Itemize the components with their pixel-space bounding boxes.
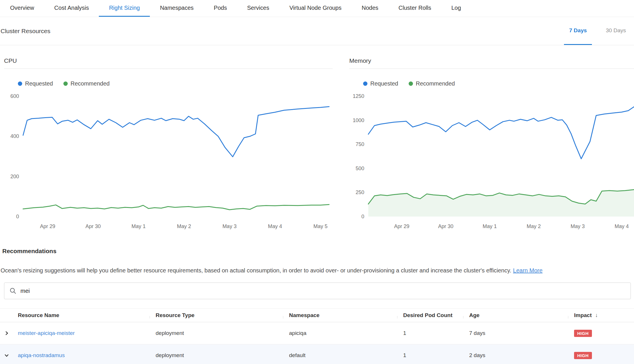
tab-overview[interactable]: Overview: [0, 0, 44, 17]
pod-count-cell: 1: [397, 352, 463, 359]
cpu-chart-panel: CPU Requested Recommended 0200400600Apr …: [4, 57, 333, 232]
memory-chart-panel: Memory Requested Recommended 02505007501…: [349, 57, 634, 232]
requested-dot-icon: [18, 81, 22, 86]
svg-text:Apr 29: Apr 29: [394, 223, 409, 229]
chevron-down-icon: [4, 353, 9, 358]
svg-text:200: 200: [10, 174, 19, 179]
search-input[interactable]: [20, 283, 631, 299]
legend-item-requested: Requested: [363, 80, 398, 87]
recommendations-description: Ocean's resizing suggestions will help y…: [0, 267, 634, 274]
svg-text:600: 600: [10, 93, 19, 99]
cluster-resources-title: Cluster Resources: [1, 28, 50, 35]
col-desired-pod-count: Desired Pod Count: [397, 312, 463, 318]
tab-bar: Overview Cost Analysis Right Sizing Name…: [0, 0, 634, 17]
legend-label: Recommended: [416, 80, 455, 87]
age-cell: 7 days: [463, 330, 568, 336]
namespace-cell: default: [283, 352, 397, 359]
resource-type-cell: deployment: [150, 330, 283, 336]
svg-text:Apr 29: Apr 29: [40, 223, 55, 229]
cpu-line-chart: 0200400600Apr 29Apr 30May 1May 2May 3May…: [4, 93, 333, 232]
pod-count-cell: 1: [397, 330, 463, 336]
table-header-row: Resource Name Resource Type Namespace De…: [0, 308, 634, 322]
col-age: Age: [463, 312, 568, 318]
time-range-toggle: 7 Days 30 Days: [555, 17, 634, 45]
age-cell: 2 days: [463, 352, 568, 359]
tab-services[interactable]: Services: [237, 0, 279, 17]
svg-text:500: 500: [356, 166, 364, 171]
svg-text:May 1: May 1: [483, 223, 497, 229]
table-row: apiqa-nostradamus deployment default 1 2…: [0, 344, 634, 364]
legend-label: Requested: [370, 80, 398, 87]
range-30-days[interactable]: 30 Days: [601, 17, 631, 45]
svg-text:750: 750: [356, 141, 364, 147]
memory-chart-legend: Requested Recommended: [363, 80, 634, 87]
recommended-dot-icon: [409, 81, 413, 86]
row-expand-toggle[interactable]: [0, 331, 14, 336]
namespace-cell: apiciqa: [283, 330, 397, 336]
tab-right-sizing[interactable]: Right Sizing: [99, 0, 150, 17]
table-row: meister-apiciqa-meister deployment apici…: [0, 322, 634, 344]
search-icon: [10, 287, 16, 294]
svg-text:Apr 30: Apr 30: [438, 223, 453, 229]
cluster-resources-header: Cluster Resources 7 Days 30 Days: [0, 17, 634, 45]
col-impact-label: Impact: [574, 312, 592, 318]
learn-more-link[interactable]: Learn More: [513, 267, 542, 274]
legend-label: Requested: [25, 80, 53, 87]
svg-text:May 2: May 2: [527, 223, 541, 229]
resource-name-link[interactable]: meister-apiciqa-meister: [18, 330, 75, 336]
legend-item-recommended: Recommended: [409, 80, 455, 87]
tab-nodes[interactable]: Nodes: [352, 0, 388, 17]
charts-row: CPU Requested Recommended 0200400600Apr …: [0, 57, 634, 232]
chevron-right-icon: [4, 331, 9, 336]
svg-text:May 5: May 5: [313, 223, 327, 229]
col-impact: Impact ↓: [568, 312, 634, 318]
svg-text:0: 0: [361, 214, 364, 219]
resource-type-cell: deployment: [150, 352, 283, 359]
legend-item-requested: Requested: [18, 80, 53, 87]
row-collapse-toggle[interactable]: [0, 353, 14, 358]
recommendations-table: Resource Name Resource Type Namespace De…: [0, 308, 634, 364]
col-namespace: Namespace: [283, 312, 397, 318]
svg-text:May 4: May 4: [268, 223, 282, 229]
search-box[interactable]: [4, 283, 631, 299]
svg-text:May 2: May 2: [177, 223, 191, 229]
tab-virtual-node-groups[interactable]: Virtual Node Groups: [279, 0, 352, 17]
memory-line-chart: 025050075010001250Apr 29Apr 30May 1May 2…: [349, 93, 634, 232]
range-7-days[interactable]: 7 Days: [564, 17, 592, 45]
recommended-dot-icon: [63, 81, 68, 86]
col-resource-type: Resource Type: [150, 312, 283, 318]
svg-text:Apr 30: Apr 30: [85, 223, 101, 229]
tab-cost-analysis[interactable]: Cost Analysis: [44, 0, 99, 17]
svg-text:1250: 1250: [353, 93, 364, 99]
svg-text:May 3: May 3: [571, 223, 585, 229]
svg-text:May 1: May 1: [131, 223, 146, 229]
svg-text:1000: 1000: [353, 117, 364, 123]
recommendations-title: Recommendations: [0, 248, 634, 255]
tab-cluster-rolls[interactable]: Cluster Rolls: [388, 0, 441, 17]
cpu-chart-legend: Requested Recommended: [18, 80, 333, 87]
svg-text:May 4: May 4: [615, 223, 629, 229]
col-resource-name: Resource Name: [14, 312, 150, 318]
tab-log[interactable]: Log: [441, 0, 471, 17]
tab-namespaces[interactable]: Namespaces: [150, 0, 204, 17]
legend-label: Recommended: [71, 80, 110, 87]
requested-dot-icon: [363, 81, 367, 86]
recommendations-description-text: Ocean's resizing suggestions will help y…: [1, 267, 511, 274]
sort-desc-icon[interactable]: ↓: [595, 312, 598, 318]
legend-item-recommended: Recommended: [63, 80, 110, 87]
svg-text:0: 0: [16, 214, 19, 219]
svg-text:May 3: May 3: [222, 223, 237, 229]
impact-badge: HIGH: [574, 330, 592, 337]
svg-text:250: 250: [356, 189, 364, 195]
svg-text:400: 400: [10, 133, 19, 139]
resource-name-link[interactable]: apiqa-nostradamus: [18, 352, 65, 358]
tab-pods[interactable]: Pods: [204, 0, 237, 17]
cpu-chart-title: CPU: [4, 57, 333, 69]
impact-badge: HIGH: [574, 352, 592, 359]
memory-chart-title: Memory: [349, 57, 634, 69]
